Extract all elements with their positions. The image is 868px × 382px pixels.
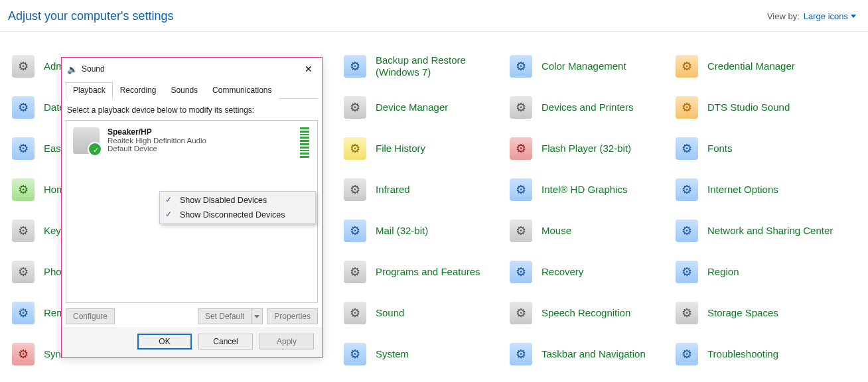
set-default-split-button[interactable]: Set Default: [198, 308, 263, 324]
control-panel-item[interactable]: ⚙Storage Spaces: [672, 300, 837, 326]
view-by: View by: Large icons: [767, 11, 856, 21]
control-panel-item[interactable]: ⚙DTS Studio Sound: [672, 94, 837, 121]
item-icon: ⚙: [676, 302, 698, 324]
tab-content: Select a playback device below to modify…: [66, 98, 318, 327]
control-panel-item[interactable]: ⚙Devices and Printers: [506, 94, 672, 121]
context-menu: Show Disabled Devices Show Disconnected …: [159, 191, 316, 224]
dialog-title: Sound: [82, 64, 105, 74]
item-icon: ⚙: [344, 261, 366, 283]
tab-playback[interactable]: Playback: [66, 82, 113, 99]
item-label: File History: [376, 143, 425, 155]
item-icon: ⚙: [676, 343, 698, 365]
item-label: Programs and Features: [376, 266, 480, 278]
tab-recording[interactable]: Recording: [113, 82, 164, 99]
item-icon: ⚙: [12, 302, 35, 324]
control-panel-item[interactable]: ⚙Programs and Features: [340, 259, 506, 285]
control-panel-item[interactable]: ⚙Credential Manager: [672, 53, 837, 80]
item-label: Fonts: [707, 143, 733, 155]
control-panel-item[interactable]: ⚙Device Manager: [340, 94, 506, 121]
control-panel-item[interactable]: ⚙Sound: [340, 300, 506, 326]
item-icon: ⚙: [344, 343, 366, 365]
item-icon: ⚙: [344, 96, 366, 119]
ok-button[interactable]: OK: [137, 334, 192, 350]
ctx-show-disabled[interactable]: Show Disabled Devices: [160, 193, 315, 208]
control-panel-item[interactable]: ⚙Color Management: [506, 53, 672, 80]
item-label: Infrared: [376, 184, 410, 196]
control-panel-item[interactable]: ⚙Mouse: [506, 218, 672, 244]
control-panel-item[interactable]: ⚙Fonts: [672, 135, 837, 162]
control-panel-item[interactable]: ⚙Region: [672, 259, 837, 285]
item-icon: ⚙: [676, 55, 698, 78]
item-label: Troubleshooting: [707, 348, 778, 360]
item-label: DTS Studio Sound: [707, 101, 790, 113]
control-panel-item[interactable]: ⚙Network and Sharing Center: [672, 218, 837, 244]
item-icon: ⚙: [12, 55, 35, 78]
control-panel-item[interactable]: ⚙Flash Player (32-bit): [506, 135, 672, 162]
item-icon: ⚙: [510, 178, 532, 201]
device-name: Speaker/HP: [108, 127, 206, 137]
item-icon: ⚙: [510, 261, 532, 283]
item-icon: ⚙: [344, 302, 366, 324]
item-label: Network and Sharing Center: [707, 225, 833, 237]
item-icon: ⚙: [676, 178, 698, 201]
control-panel-item[interactable]: ⚙Taskbar and Navigation: [506, 341, 672, 367]
dialog-footer: OK Cancel Apply: [62, 327, 322, 357]
set-default-dropdown[interactable]: [251, 308, 263, 324]
cancel-button[interactable]: Cancel: [198, 334, 253, 350]
page-title: Adjust your computer's settings: [8, 9, 174, 23]
item-icon: ⚙: [12, 220, 35, 242]
item-label: Backup and Restore (Windows 7): [376, 54, 506, 78]
control-panel-item[interactable]: ⚙Mail (32-bit): [340, 218, 506, 244]
control-panel-item[interactable]: ⚙Intel® HD Graphics: [506, 176, 672, 203]
item-icon: ⚙: [676, 137, 698, 160]
control-panel-item[interactable]: ⚙Internet Options: [672, 176, 837, 203]
item-icon: ⚙: [510, 137, 532, 160]
item-label: Devices and Printers: [542, 101, 633, 113]
device-status: Default Device: [108, 145, 206, 153]
item-label: Pho: [44, 266, 62, 278]
control-panel-item[interactable]: ⚙Infrared: [340, 176, 506, 203]
item-icon: ⚙: [510, 96, 532, 119]
item-label: Mouse: [542, 225, 571, 237]
device-driver: Realtek High Definition Audio: [108, 137, 206, 145]
control-panel-item[interactable]: ⚙Backup and Restore (Windows 7): [340, 53, 506, 80]
item-label: Recovery: [542, 266, 583, 278]
playback-device-list[interactable]: Speaker/HP Realtek High Definition Audio…: [66, 120, 318, 303]
control-panel-item[interactable]: ⚙File History: [340, 135, 506, 162]
sound-icon: 🔉: [67, 64, 78, 74]
item-label: Credential Manager: [707, 60, 795, 72]
item-icon: ⚙: [676, 220, 698, 242]
control-panel-item[interactable]: ⚙Speech Recognition: [506, 300, 672, 326]
item-label: Sound: [376, 307, 404, 319]
item-label: Storage Spaces: [707, 307, 778, 319]
item-icon: ⚙: [510, 220, 532, 242]
chevron-down-icon: [851, 15, 856, 18]
item-label: Device Manager: [376, 101, 448, 113]
set-default-button[interactable]: Set Default: [198, 308, 251, 324]
item-icon: ⚙: [676, 96, 698, 119]
close-button[interactable]: ✕: [301, 62, 317, 76]
tabstrip: Playback Recording Sounds Communications: [62, 82, 322, 98]
tab-sounds[interactable]: Sounds: [163, 82, 205, 99]
control-panel-item[interactable]: ⚙Recovery: [506, 259, 672, 285]
apply-button[interactable]: Apply: [259, 334, 314, 350]
dialog-titlebar: 🔉 Sound ✕: [62, 58, 322, 79]
item-label: Speech Recognition: [542, 307, 630, 319]
item-label: System: [376, 348, 409, 360]
item-icon: ⚙: [344, 137, 366, 160]
item-icon: ⚙: [344, 55, 366, 78]
device-row[interactable]: Speaker/HP Realtek High Definition Audio…: [66, 121, 317, 164]
control-panel-item[interactable]: ⚙System: [340, 341, 506, 367]
item-icon: ⚙: [344, 220, 366, 242]
ctx-show-disconnected[interactable]: Show Disconnected Devices: [160, 208, 315, 222]
properties-button[interactable]: Properties: [267, 308, 318, 324]
viewby-label: View by:: [767, 11, 800, 21]
viewby-dropdown[interactable]: Large icons: [804, 11, 856, 21]
level-meter-icon: [300, 127, 309, 158]
tab-communications[interactable]: Communications: [205, 82, 279, 99]
item-icon: ⚙: [510, 302, 532, 324]
control-panel-header: Adjust your computer's settings View by:…: [0, 0, 868, 32]
dialog-mid-buttons: Configure Set Default Properties: [66, 303, 318, 324]
configure-button[interactable]: Configure: [66, 308, 115, 324]
control-panel-item[interactable]: ⚙Troubleshooting: [672, 341, 837, 367]
